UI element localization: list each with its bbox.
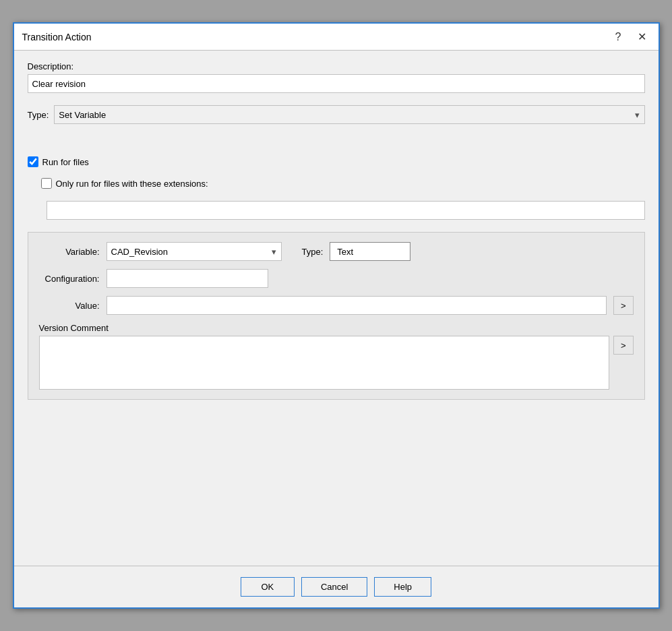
configuration-label: Configuration: bbox=[39, 274, 100, 284]
type-value-text: Text bbox=[337, 247, 353, 257]
value-label: Value: bbox=[39, 301, 100, 311]
version-comment-section: Version Comment > bbox=[39, 323, 634, 390]
type-value-box: Text bbox=[330, 242, 410, 261]
type-label: Type: bbox=[28, 110, 49, 120]
description-label: Description: bbox=[28, 61, 645, 71]
variable-select[interactable]: CAD_RevisionCAD_PartCAD_Description bbox=[106, 242, 282, 261]
dialog-footer: OK Cancel Help bbox=[14, 566, 659, 607]
help-footer-button[interactable]: Help bbox=[374, 577, 431, 597]
help-button[interactable]: ? bbox=[611, 30, 625, 44]
variable-select-wrapper: CAD_RevisionCAD_PartCAD_Description bbox=[106, 242, 282, 261]
configuration-input[interactable] bbox=[106, 269, 268, 288]
only-extensions-checkbox[interactable] bbox=[41, 178, 52, 189]
description-input[interactable] bbox=[28, 74, 645, 93]
version-comment-row: > bbox=[39, 336, 634, 390]
only-extensions-row: Only run for files with these extensions… bbox=[41, 178, 645, 189]
ok-button[interactable]: OK bbox=[241, 577, 295, 597]
spacer1 bbox=[28, 136, 645, 150]
configuration-row: Configuration: bbox=[39, 269, 634, 288]
type-select[interactable]: Set VariableRun ScriptSend Email bbox=[54, 105, 644, 124]
version-comment-textarea[interactable] bbox=[39, 336, 609, 390]
close-button[interactable]: ✕ bbox=[634, 29, 650, 44]
run-for-files-row: Run for files bbox=[28, 156, 645, 167]
version-comment-chevron-button[interactable]: > bbox=[613, 336, 634, 355]
dialog-content: Description: Type: Set VariableRun Scrip… bbox=[14, 51, 659, 566]
variable-row: Variable: CAD_RevisionCAD_PartCAD_Descri… bbox=[39, 242, 634, 261]
value-input[interactable] bbox=[106, 296, 607, 315]
type-row: Type: Set VariableRun ScriptSend Email bbox=[28, 100, 645, 129]
value-chevron-button[interactable]: > bbox=[613, 296, 634, 315]
value-row: Value: > bbox=[39, 296, 634, 315]
transition-action-dialog: Transition Action ? ✕ Description: Type:… bbox=[13, 22, 660, 609]
extensions-input[interactable] bbox=[47, 201, 645, 220]
cancel-button[interactable]: Cancel bbox=[301, 577, 367, 597]
run-for-files-label[interactable]: Run for files bbox=[42, 157, 89, 167]
description-field: Description: bbox=[28, 61, 645, 93]
version-comment-label: Version Comment bbox=[39, 323, 634, 333]
type-value-label: Type: bbox=[302, 247, 324, 257]
run-for-files-checkbox[interactable] bbox=[28, 156, 38, 167]
title-bar: Transition Action ? ✕ bbox=[14, 24, 659, 51]
title-bar-controls: ? ✕ bbox=[611, 29, 650, 44]
type-select-wrapper: Set VariableRun ScriptSend Email bbox=[54, 105, 644, 124]
only-extensions-label[interactable]: Only run for files with these extensions… bbox=[56, 179, 208, 189]
section-panel: Variable: CAD_RevisionCAD_PartCAD_Descri… bbox=[28, 232, 645, 400]
dialog-title: Transition Action bbox=[22, 32, 92, 42]
variable-label: Variable: bbox=[39, 247, 100, 257]
